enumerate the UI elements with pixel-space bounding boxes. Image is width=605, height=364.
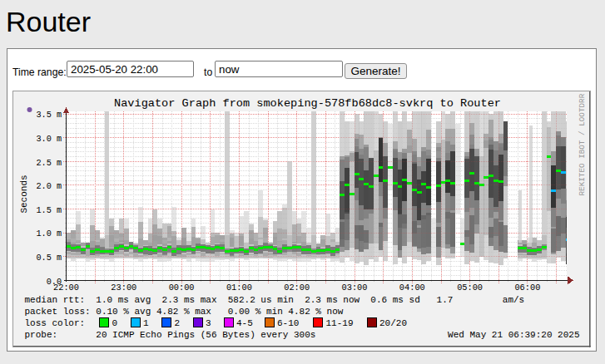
svg-text:packet loss: 0.10 % avg 4.82 %: packet loss: 0.10 % avg 4.82 % max 0.00 …: [25, 307, 344, 317]
svg-text:01:00: 01:00: [226, 283, 252, 293]
svg-text:04:00: 04:00: [399, 283, 425, 293]
svg-text:6-10: 6-10: [277, 318, 299, 328]
svg-text:4-5: 4-5: [236, 318, 253, 328]
svg-text:REKITEO IBOT / LOOTDRR: REKITEO IBOT / LOOTDRR: [578, 93, 587, 195]
svg-text:06:00: 06:00: [514, 283, 540, 293]
svg-text:loss color:: loss color:: [25, 318, 86, 328]
svg-text:Wed May 21 06:39:20 2025: Wed May 21 06:39:20 2025: [448, 330, 579, 340]
svg-text:median rtt: 1.0 ms avg 2.3 m: median rtt: 1.0 ms avg 2.3 ms max 582.2 …: [25, 295, 525, 305]
svg-text:0.5 m: 0.5 m: [36, 253, 62, 263]
svg-text:11-19: 11-19: [326, 318, 354, 328]
svg-text:22:00: 22:00: [53, 283, 79, 293]
svg-text:probe: 20 ICMP Echo Ping: probe: 20 ICMP Echo Pings (56 Bytes) eve…: [25, 330, 316, 340]
svg-text:1: 1: [143, 318, 149, 328]
svg-text:20/20: 20/20: [379, 318, 407, 328]
svg-text:2: 2: [175, 318, 181, 328]
svg-text:05:00: 05:00: [457, 283, 483, 293]
svg-text:03:00: 03:00: [342, 283, 368, 293]
svg-text:2.5 m: 2.5 m: [36, 159, 62, 168]
svg-text:3.5 m: 3.5 m: [36, 111, 62, 120]
svg-text:0: 0: [112, 318, 118, 328]
svg-text:23:00: 23:00: [111, 283, 136, 293]
svg-text:1.0 m: 1.0 m: [36, 229, 62, 239]
svg-text:3: 3: [206, 318, 211, 328]
svg-text:Seconds: Seconds: [19, 175, 29, 213]
svg-text:2.0 m: 2.0 m: [36, 182, 62, 191]
svg-text:02:00: 02:00: [284, 283, 310, 293]
svg-text:1.5 m: 1.5 m: [36, 206, 62, 215]
svg-text:00:00: 00:00: [169, 283, 195, 293]
svg-text:3.0 m: 3.0 m: [36, 135, 62, 144]
svg-text:Navigator Graph from smokeping: Navigator Graph from smokeping-578fb68dc…: [114, 97, 501, 110]
